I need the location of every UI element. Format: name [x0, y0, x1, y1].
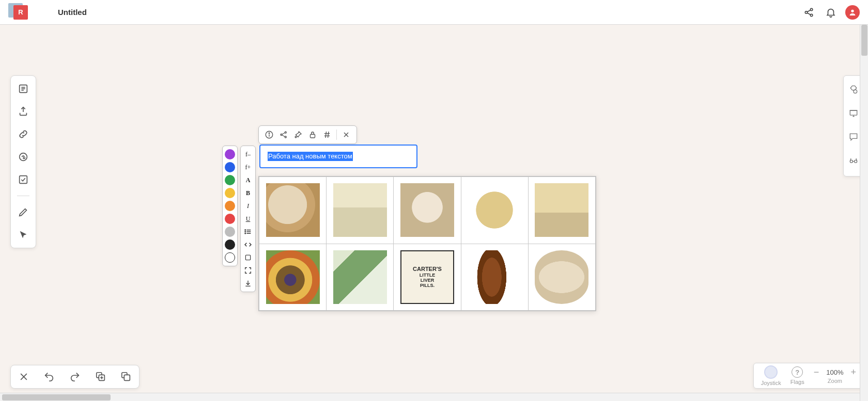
- horizontal-scrollbar[interactable]: [0, 393, 860, 401]
- svg-line-24: [328, 132, 329, 138]
- swatch-none[interactable]: [225, 252, 235, 263]
- document-title[interactable]: Untitled: [58, 8, 87, 17]
- expand-icon[interactable]: [242, 265, 254, 276]
- sketch-icon[interactable]: [17, 150, 30, 164]
- svg-point-14: [269, 133, 270, 134]
- copy-icon[interactable]: [119, 370, 133, 383]
- font-decrease-button[interactable]: f–: [242, 149, 254, 159]
- context-toolbar: [258, 125, 357, 144]
- svg-rect-11: [20, 176, 27, 184]
- zoom-in-button[interactable]: +: [850, 367, 856, 377]
- thumb-1[interactable]: [333, 183, 387, 237]
- thumb-8[interactable]: [468, 250, 521, 304]
- thumb-7-line1: CARTER'S: [413, 266, 442, 272]
- redo-icon[interactable]: [68, 370, 82, 383]
- list-button[interactable]: [242, 227, 254, 237]
- swatch-blue[interactable]: [225, 162, 235, 172]
- grid-table: CARTER'S LITTLE LIVER PILLS.: [259, 177, 596, 311]
- svg-rect-33: [245, 255, 250, 260]
- note-icon[interactable]: [17, 82, 30, 95]
- app-logo[interactable]: R: [8, 5, 28, 20]
- text-format-palette: f– f+ A B I U: [240, 146, 256, 292]
- thumb-7-line3: LIVER: [421, 278, 435, 283]
- svg-point-15: [281, 134, 282, 136]
- comment-icon[interactable]: [847, 131, 860, 143]
- thumb-2[interactable]: [400, 183, 454, 237]
- status-bar: Joystick ? Flags − 100% + Zoom: [753, 363, 864, 389]
- italic-button[interactable]: I: [242, 201, 254, 211]
- text-node[interactable]: Работа над новым текстом: [259, 145, 417, 168]
- text-node-content[interactable]: Работа над новым текстом: [268, 152, 353, 161]
- joystick-control[interactable]: Joystick: [761, 365, 781, 386]
- svg-line-18: [282, 133, 285, 134]
- download-icon[interactable]: [242, 278, 254, 288]
- underline-button[interactable]: U: [242, 214, 254, 224]
- user-avatar[interactable]: [845, 5, 860, 20]
- thumb-7[interactable]: CARTER'S LITTLE LIVER PILLS.: [400, 250, 454, 304]
- svg-point-10: [20, 153, 27, 161]
- shapes-icon[interactable]: [847, 83, 860, 95]
- zoom-label: Zoom: [828, 378, 842, 384]
- svg-point-30: [245, 230, 245, 230]
- svg-line-19: [282, 135, 285, 137]
- link-icon[interactable]: [17, 127, 30, 141]
- left-toolbar: [10, 75, 36, 248]
- presentation-icon[interactable]: [847, 107, 860, 119]
- thumb-3[interactable]: [468, 183, 521, 237]
- swatch-gray[interactable]: [225, 227, 235, 237]
- info-icon[interactable]: [263, 129, 275, 141]
- zoom-out-button[interactable]: −: [814, 367, 819, 377]
- share-icon[interactable]: [802, 5, 816, 20]
- vertical-scroll-thumb[interactable]: [861, 25, 867, 56]
- svg-line-23: [326, 132, 327, 138]
- hash-icon[interactable]: [321, 129, 333, 141]
- glasses-icon[interactable]: [847, 154, 860, 167]
- pin-icon[interactable]: [292, 129, 304, 141]
- pointer-icon[interactable]: [17, 228, 30, 242]
- canvas[interactable]: f– f+ A B I U Работа над новым текстом: [0, 25, 868, 401]
- font-increase-button[interactable]: f+: [242, 162, 254, 172]
- pencil-icon[interactable]: [17, 205, 30, 219]
- logo-badge: R: [13, 5, 28, 20]
- thumb-6[interactable]: [333, 250, 387, 304]
- cancel-icon[interactable]: [17, 370, 30, 383]
- flags-control[interactable]: ? Flags: [791, 366, 804, 385]
- code-button[interactable]: [242, 239, 254, 250]
- bell-icon[interactable]: [824, 5, 838, 20]
- bold-button[interactable]: B: [242, 188, 254, 198]
- thumb-4[interactable]: [535, 183, 588, 237]
- close-icon[interactable]: [340, 129, 352, 141]
- thumb-7-line4: PILLS.: [420, 283, 435, 288]
- svg-rect-44: [850, 110, 857, 115]
- separator: [336, 130, 337, 140]
- swatch-orange[interactable]: [225, 201, 235, 211]
- font-family-button[interactable]: A: [242, 175, 254, 185]
- duplicate-add-icon[interactable]: [94, 370, 107, 383]
- undo-icon[interactable]: [42, 370, 56, 383]
- horizontal-scroll-thumb[interactable]: [2, 394, 111, 400]
- svg-point-16: [285, 132, 286, 133]
- share-small-icon[interactable]: [277, 129, 290, 141]
- svg-line-4: [807, 12, 810, 14]
- svg-point-32: [245, 233, 245, 234]
- swatch-purple[interactable]: [225, 149, 235, 159]
- swatch-red[interactable]: [225, 214, 235, 224]
- lock-icon[interactable]: [306, 129, 319, 141]
- image-grid[interactable]: CARTER'S LITTLE LIVER PILLS.: [258, 176, 596, 311]
- swatch-yellow[interactable]: [225, 188, 235, 198]
- joystick-label: Joystick: [761, 380, 781, 386]
- upload-icon[interactable]: [17, 105, 30, 118]
- svg-point-31: [245, 231, 245, 232]
- flags-label: Flags: [791, 379, 804, 385]
- vertical-scrollbar[interactable]: [860, 25, 868, 401]
- checkbox-icon[interactable]: [17, 173, 30, 186]
- svg-line-3: [807, 10, 810, 12]
- zoom-value: 100%: [826, 368, 843, 376]
- thumb-9[interactable]: [535, 250, 588, 304]
- thumb-0[interactable]: [266, 183, 320, 237]
- thumb-5[interactable]: [266, 250, 320, 304]
- swatch-black[interactable]: [225, 239, 235, 250]
- svg-rect-20: [311, 134, 315, 138]
- swatch-green[interactable]: [225, 175, 235, 185]
- clear-button[interactable]: [242, 252, 254, 263]
